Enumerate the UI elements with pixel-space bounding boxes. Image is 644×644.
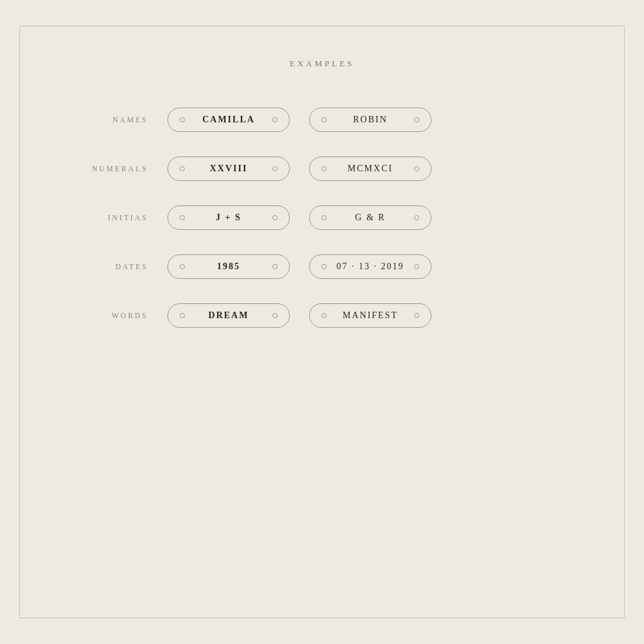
tag-label: XXVIII [191, 164, 266, 174]
tag-dot-right [414, 117, 419, 122]
tag-label: 07 · 13 · 2019 [333, 261, 408, 272]
tags-group-3: 198507 · 13 · 2019 [167, 254, 567, 279]
tag-1-1: MCMXCI [309, 156, 431, 181]
tag-dot-left [321, 166, 327, 171]
row-dates: DATES198507 · 13 · 2019 [77, 254, 567, 279]
tags-group-2: J + SG & R [167, 205, 567, 230]
tag-2-1: G & R [309, 205, 431, 230]
tag-dot-right [272, 215, 278, 220]
main-container: EXAMPLES NAMESCAMILLAROBINNUMERALSXXVIII… [19, 26, 625, 618]
row-numerals: NUMERALSXXVIIIMCMXCI [77, 156, 567, 181]
tag-dot-left [321, 215, 327, 220]
tag-dot-right [414, 313, 419, 318]
tag-dot-left [321, 264, 327, 269]
tag-label: DREAM [191, 310, 266, 321]
tag-0-1: ROBIN [309, 108, 431, 132]
tag-dot-left [321, 117, 327, 122]
tag-dot-right [272, 117, 278, 122]
tag-dot-left [180, 166, 185, 171]
tag-4-0: DREAM [167, 303, 290, 328]
tag-dot-right [414, 166, 419, 171]
tag-label: CAMILLA [191, 115, 266, 125]
tags-group-0: CAMILLAROBIN [167, 108, 567, 132]
label-dates: DATES [77, 263, 167, 270]
tag-label: J + S [191, 213, 266, 223]
row-names: NAMESCAMILLAROBIN [77, 108, 567, 132]
tag-4-1: MANIFEST [309, 303, 431, 328]
section-title: EXAMPLES [290, 59, 355, 69]
label-words: WORDS [77, 312, 167, 319]
tag-label: G & R [333, 213, 408, 223]
tag-dot-left [180, 215, 185, 220]
tag-label: MANIFEST [333, 310, 408, 321]
tag-dot-left [321, 313, 327, 318]
tag-3-1: 07 · 13 · 2019 [309, 254, 431, 279]
tag-0-0: CAMILLA [167, 108, 290, 132]
tag-dot-right [272, 166, 278, 171]
tag-3-0: 1985 [167, 254, 290, 279]
tag-label: ROBIN [333, 115, 408, 125]
row-words: WORDSDREAMMANIFEST [77, 303, 567, 328]
tag-1-0: XXVIII [167, 156, 290, 181]
tag-dot-right [272, 313, 278, 318]
tag-dot-left [180, 264, 185, 269]
label-numerals: NUMERALS [77, 165, 167, 173]
tag-label: MCMXCI [333, 164, 408, 174]
tags-group-1: XXVIIIMCMXCI [167, 156, 567, 181]
tags-group-4: DREAMMANIFEST [167, 303, 567, 328]
tag-dot-left [180, 313, 185, 318]
label-initias: INITIAS [77, 214, 167, 222]
tag-2-0: J + S [167, 205, 290, 230]
tag-label: 1985 [191, 261, 266, 272]
rows-container: NAMESCAMILLAROBINNUMERALSXXVIIIMCMXCIINI… [77, 108, 567, 328]
row-initias: INITIASJ + SG & R [77, 205, 567, 230]
tag-dot-right [272, 264, 278, 269]
label-names: NAMES [77, 116, 167, 124]
tag-dot-left [180, 117, 185, 122]
tag-dot-right [414, 215, 419, 220]
tag-dot-right [414, 264, 419, 269]
